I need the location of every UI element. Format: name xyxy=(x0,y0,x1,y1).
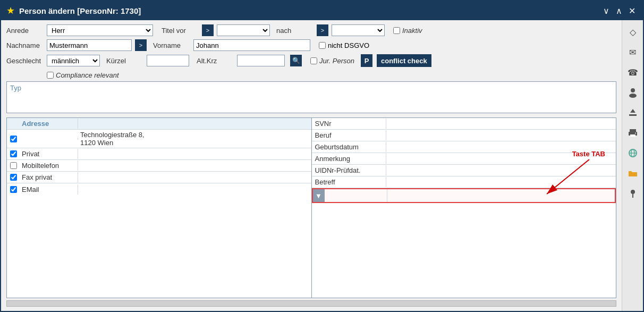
fax-privat-row: Fax privat xyxy=(7,172,311,183)
sidebar: ◇ ✉ ☎ xyxy=(622,20,643,311)
compliance-row: Compliance relevant xyxy=(47,71,616,79)
titel-vor-label: Titel vor xyxy=(162,27,199,35)
right-panel: SVNr Beruf Geburtsdatum Anmerkung xyxy=(312,117,617,298)
close-button[interactable]: ✕ xyxy=(626,6,638,16)
upload-svg xyxy=(628,108,638,117)
fax-privat-value xyxy=(78,176,311,179)
svg-line-1 xyxy=(547,159,589,194)
beruf-label: Beruf xyxy=(312,130,386,140)
address-checkbox[interactable] xyxy=(10,136,17,142)
nicht-dsgvo-checkbox[interactable] xyxy=(319,42,326,49)
anrede-select[interactable]: Herr xyxy=(47,24,153,36)
mobiltelefon-value xyxy=(78,165,311,167)
jur-person-label: Jur. Person xyxy=(319,57,354,65)
geburtsdatum-label: Geburtsdatum xyxy=(312,142,386,152)
svg-rect-8 xyxy=(630,134,635,137)
inaktiv-checkbox[interactable] xyxy=(393,27,400,34)
star-icon: ★ xyxy=(6,5,15,16)
svg-point-9 xyxy=(635,133,636,134)
nachname-input[interactable]: Mustermann xyxy=(47,39,132,51)
kuerzel-input[interactable] xyxy=(147,55,189,66)
svg-point-13 xyxy=(631,190,635,194)
person-svg xyxy=(628,87,638,98)
svg-point-3 xyxy=(629,94,637,98)
svnr-label: SVNr xyxy=(312,119,386,129)
kuerzel-label: Kürzel xyxy=(106,57,143,65)
geburtsdatum-row: Geburtsdatum xyxy=(312,141,616,153)
compliance-label: Compliance relevant xyxy=(56,71,119,79)
email-icon[interactable]: ✉ xyxy=(625,45,640,60)
titel-vor-select[interactable] xyxy=(217,24,270,36)
left-table-header: Adresse xyxy=(7,118,311,130)
nach-select[interactable] xyxy=(332,24,385,36)
email-row: EMail xyxy=(7,183,311,195)
address-checkbox-cell[interactable] xyxy=(7,136,20,142)
person-icon[interactable] xyxy=(625,85,640,100)
folder-icon[interactable] xyxy=(625,166,640,181)
mobiltelefon-checkbox[interactable] xyxy=(10,162,17,169)
compliance-checkbox[interactable] xyxy=(47,72,54,79)
magnify-button[interactable]: 🔍 xyxy=(290,55,302,66)
upload-icon[interactable] xyxy=(625,105,640,120)
anrede-row: Anrede Herr Titel vor > nach > Inaktiv xyxy=(6,24,616,36)
email-checkbox[interactable] xyxy=(10,186,17,193)
horizontal-scrollbar[interactable] xyxy=(6,300,616,307)
titlebar: ★ Person ändern [PersonNr: 1730] ∨ ∧ ✕ xyxy=(1,1,643,20)
beruf-row: Beruf xyxy=(312,130,616,141)
address-row: Technologiestraße 8,1120 Wien xyxy=(7,130,311,148)
jur-person-checkbox-group: Jur. Person xyxy=(310,57,354,65)
privat-row: Privat xyxy=(7,148,311,160)
nachname-arrow-button[interactable]: > xyxy=(135,39,147,51)
print-icon[interactable] xyxy=(625,125,640,140)
geschlecht-label: Geschlecht xyxy=(6,57,44,65)
nach-arrow-button[interactable]: > xyxy=(317,24,328,36)
annotation-arrow xyxy=(536,154,600,202)
svg-rect-4 xyxy=(629,114,637,116)
nicht-dsgvo-label: nicht DSGVO xyxy=(328,41,369,49)
jur-person-checkbox[interactable] xyxy=(310,57,317,64)
vorname-input[interactable]: Johann xyxy=(193,39,310,51)
earth-svg xyxy=(628,148,638,158)
window-title: Person ändern [PersonNr: 1730] xyxy=(19,6,601,15)
pin-svg xyxy=(628,189,638,198)
privat-value xyxy=(78,153,311,155)
main-grid: Adresse Technologiestraße 8,1120 Wien xyxy=(6,117,616,298)
warning-icon[interactable]: ◇ xyxy=(625,24,640,39)
print-svg xyxy=(628,128,638,138)
mobiltelefon-label: Mobiltelefon xyxy=(20,161,78,171)
nachname-label: Nachname xyxy=(6,41,44,49)
uidnr-label: UIDNr-Prüfdat. xyxy=(312,165,386,175)
svg-point-2 xyxy=(631,88,635,92)
svg-marker-5 xyxy=(630,109,635,113)
nach-label: nach xyxy=(276,27,313,35)
vorname-label: Vorname xyxy=(153,41,190,49)
fax-privat-label: Fax privat xyxy=(20,172,78,182)
altkrz-label: Alt.Krz xyxy=(197,57,234,65)
anmerkung-label: Anmerkung xyxy=(312,154,386,164)
restore-button[interactable]: ∧ xyxy=(614,6,624,16)
conflict-check-button[interactable]: conflict check xyxy=(377,54,431,67)
betreff-label: Betreff xyxy=(312,177,386,187)
dropdown-button[interactable]: ▼ xyxy=(313,189,325,202)
left-panel: Adresse Technologiestraße 8,1120 Wien xyxy=(6,117,312,298)
geschlecht-row: Geschlecht männlich Kürzel Alt.Krz 🔍 Jur… xyxy=(6,54,616,67)
geschlecht-select[interactable]: männlich xyxy=(47,55,100,66)
inaktiv-label: Inaktiv xyxy=(402,27,422,35)
p-button[interactable]: P xyxy=(361,54,372,67)
folder-svg xyxy=(628,168,638,178)
svnr-row: SVNr xyxy=(312,118,616,130)
altkrz-input[interactable] xyxy=(237,55,285,66)
nicht-dsgvo-checkbox-group: nicht DSGVO xyxy=(319,41,369,49)
minimize-button[interactable]: ∨ xyxy=(601,6,612,16)
privat-checkbox[interactable] xyxy=(10,150,17,157)
nachname-row: Nachname Mustermann > Vorname Johann nic… xyxy=(6,39,616,51)
pin-icon[interactable] xyxy=(625,186,640,201)
earth-icon[interactable] xyxy=(625,146,640,161)
email-value xyxy=(78,188,311,190)
titel-vor-arrow-button[interactable]: > xyxy=(202,24,214,36)
phone-icon[interactable]: ☎ xyxy=(625,65,640,80)
adresse-value xyxy=(78,123,311,125)
arrow-annotation xyxy=(536,154,600,204)
mobiltelefon-row: Mobiltelefon xyxy=(7,160,311,172)
fax-privat-checkbox[interactable] xyxy=(10,174,17,181)
